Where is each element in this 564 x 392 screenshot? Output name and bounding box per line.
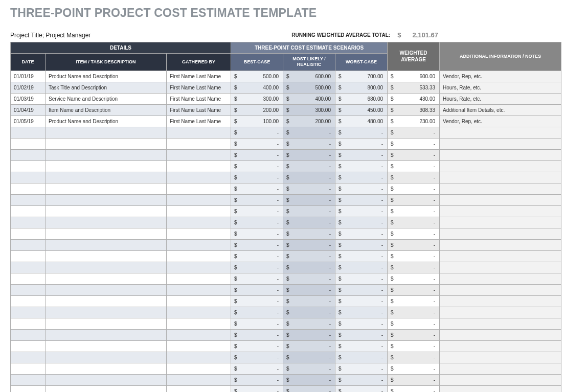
- notes-cell[interactable]: [440, 295, 561, 307]
- gathered-by-cell[interactable]: [167, 160, 231, 172]
- description-cell[interactable]: [46, 194, 167, 205]
- money-cell[interactable]: $-: [388, 329, 440, 340]
- money-cell[interactable]: $-: [335, 239, 388, 250]
- notes-cell[interactable]: [440, 160, 561, 172]
- description-cell[interactable]: Task Title and Description: [46, 82, 167, 93]
- money-cell[interactable]: $-: [231, 284, 283, 295]
- money-cell[interactable]: $-: [388, 172, 440, 183]
- money-cell[interactable]: $-: [231, 385, 283, 392]
- date-cell[interactable]: 01/02/19: [11, 82, 46, 93]
- description-cell[interactable]: [46, 138, 167, 149]
- description-cell[interactable]: [46, 228, 167, 239]
- money-cell[interactable]: $-: [231, 250, 283, 262]
- date-cell[interactable]: [11, 127, 46, 138]
- money-cell[interactable]: $-: [231, 149, 283, 160]
- money-cell[interactable]: $-: [388, 138, 440, 149]
- money-cell[interactable]: $-: [231, 273, 283, 284]
- money-cell[interactable]: $-: [231, 262, 283, 273]
- notes-cell[interactable]: Additional Item Details, etc.: [440, 104, 561, 116]
- money-cell[interactable]: $-: [283, 262, 335, 273]
- gathered-by-cell[interactable]: [167, 295, 231, 307]
- money-cell[interactable]: $100.00: [231, 116, 283, 127]
- money-cell[interactable]: $-: [388, 363, 440, 374]
- description-cell[interactable]: [46, 160, 167, 172]
- money-cell[interactable]: $-: [388, 149, 440, 160]
- money-cell[interactable]: $-: [283, 340, 335, 352]
- money-cell[interactable]: $-: [231, 138, 283, 149]
- gathered-by-cell[interactable]: [167, 228, 231, 239]
- description-cell[interactable]: [46, 284, 167, 295]
- date-cell[interactable]: [11, 138, 46, 149]
- gathered-by-cell[interactable]: First Name Last Name: [167, 116, 231, 127]
- description-cell[interactable]: [46, 307, 167, 318]
- date-cell[interactable]: [11, 194, 46, 205]
- date-cell[interactable]: [11, 228, 46, 239]
- money-cell[interactable]: $-: [335, 273, 388, 284]
- money-cell[interactable]: $500.00: [231, 71, 283, 82]
- notes-cell[interactable]: Hours, Rate, etc.: [440, 82, 561, 93]
- money-cell[interactable]: $-: [283, 284, 335, 295]
- money-cell[interactable]: $800.00: [335, 82, 388, 93]
- money-cell[interactable]: $680.00: [335, 93, 388, 104]
- money-cell[interactable]: $-: [335, 385, 388, 392]
- notes-cell[interactable]: [440, 284, 561, 295]
- gathered-by-cell[interactable]: First Name Last Name: [167, 93, 231, 104]
- money-cell[interactable]: $-: [388, 228, 440, 239]
- date-cell[interactable]: [11, 250, 46, 262]
- money-cell[interactable]: $-: [283, 183, 335, 194]
- gathered-by-cell[interactable]: [167, 239, 231, 250]
- notes-cell[interactable]: [440, 340, 561, 352]
- notes-cell[interactable]: [440, 385, 561, 392]
- money-cell[interactable]: $-: [388, 307, 440, 318]
- money-cell[interactable]: $-: [335, 172, 388, 183]
- money-cell[interactable]: $200.00: [283, 116, 335, 127]
- date-cell[interactable]: [11, 205, 46, 217]
- description-cell[interactable]: [46, 183, 167, 194]
- description-cell[interactable]: Service Name and Description: [46, 93, 167, 104]
- gathered-by-cell[interactable]: [167, 329, 231, 340]
- description-cell[interactable]: [46, 374, 167, 385]
- gathered-by-cell[interactable]: [167, 385, 231, 392]
- gathered-by-cell[interactable]: [167, 205, 231, 217]
- description-cell[interactable]: [46, 172, 167, 183]
- gathered-by-cell[interactable]: [167, 262, 231, 273]
- description-cell[interactable]: [46, 250, 167, 262]
- money-cell[interactable]: $-: [335, 284, 388, 295]
- notes-cell[interactable]: [440, 127, 561, 138]
- money-cell[interactable]: $-: [388, 217, 440, 228]
- money-cell[interactable]: $-: [388, 127, 440, 138]
- money-cell[interactable]: $-: [231, 340, 283, 352]
- money-cell[interactable]: $-: [388, 160, 440, 172]
- money-cell[interactable]: $-: [335, 374, 388, 385]
- date-cell[interactable]: 01/01/19: [11, 71, 46, 82]
- money-cell[interactable]: $-: [283, 205, 335, 217]
- money-cell[interactable]: $-: [283, 217, 335, 228]
- notes-cell[interactable]: [440, 363, 561, 374]
- money-cell[interactable]: $533.33: [388, 82, 440, 93]
- money-cell[interactable]: $-: [231, 239, 283, 250]
- money-cell[interactable]: $-: [388, 239, 440, 250]
- money-cell[interactable]: $-: [335, 205, 388, 217]
- notes-cell[interactable]: [440, 228, 561, 239]
- gathered-by-cell[interactable]: [167, 352, 231, 363]
- notes-cell[interactable]: [440, 318, 561, 329]
- money-cell[interactable]: $-: [231, 318, 283, 329]
- money-cell[interactable]: $-: [335, 127, 388, 138]
- gathered-by-cell[interactable]: [167, 149, 231, 160]
- description-cell[interactable]: Product Name and Description: [46, 71, 167, 82]
- money-cell[interactable]: $-: [231, 172, 283, 183]
- description-cell[interactable]: [46, 262, 167, 273]
- gathered-by-cell[interactable]: First Name Last Name: [167, 71, 231, 82]
- money-cell[interactable]: $-: [283, 352, 335, 363]
- date-cell[interactable]: 01/04/19: [11, 104, 46, 116]
- money-cell[interactable]: $-: [388, 374, 440, 385]
- money-cell[interactable]: $-: [283, 228, 335, 239]
- date-cell[interactable]: 01/03/19: [11, 93, 46, 104]
- money-cell[interactable]: $-: [335, 352, 388, 363]
- money-cell[interactable]: $-: [388, 340, 440, 352]
- date-cell[interactable]: [11, 352, 46, 363]
- description-cell[interactable]: Item Name and Description: [46, 104, 167, 116]
- date-cell[interactable]: [11, 318, 46, 329]
- description-cell[interactable]: [46, 217, 167, 228]
- date-cell[interactable]: [11, 160, 46, 172]
